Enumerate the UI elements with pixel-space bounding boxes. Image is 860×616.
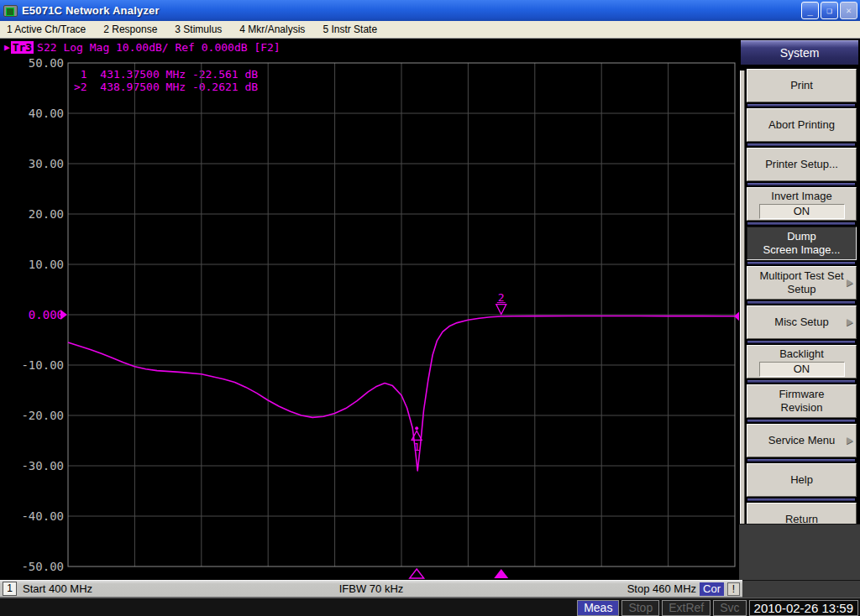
softkey-service-menu[interactable]: Service Menu▶ (747, 424, 857, 457)
window-controls: _❏✕ (801, 2, 857, 19)
ref-level-marker-left-icon (60, 310, 67, 320)
menu-bar: 1 Active Ch/Trace2 Response3 Stimulus4 M… (0, 21, 860, 39)
menu-item-2-response[interactable]: 2 Response (102, 23, 159, 36)
softkey-printer-setup[interactable]: Printer Setup... (747, 148, 857, 181)
softkey-label: Backlight (779, 347, 824, 361)
sidebar-empty-area (739, 524, 860, 580)
softkey-label: Service Menu (768, 434, 835, 447)
minimize-button[interactable]: _ (801, 2, 819, 19)
stimulus-marker-2-icon (494, 569, 508, 578)
softkey-label: Firmware Revision (779, 388, 824, 415)
softkey-slot: Service Menu▶ (747, 424, 857, 462)
status-svc: Svc (713, 600, 746, 616)
softkey-invert-image[interactable]: Invert ImageON (747, 187, 857, 221)
correction-status-badge: Cor (700, 582, 724, 596)
marker-2-label: 2 (498, 291, 505, 304)
analyzer-screen: ▶ Tr3 S22 Log Mag 10.00dB/ Ref 0.000dB [… (0, 39, 739, 580)
softkey-abort-printing[interactable]: Abort Printing (747, 108, 857, 142)
submenu-arrow-icon: ▶ (847, 433, 853, 448)
menu-item-1-active-ch-trace[interactable]: 1 Active Ch/Trace (5, 23, 87, 36)
softkey-slot: Dump Screen Image... (747, 227, 857, 264)
channel-status-bar: 1 Start 400 MHz IFBW 70 kHz Stop 460 MHz… (0, 580, 742, 598)
softkey-state-value: ON (759, 204, 845, 219)
softkey-buttons: PrintAbort PrintingPrinter Setup...Inver… (747, 69, 857, 540)
stop-frequency-label: Stop 460 MHz (627, 582, 696, 595)
channel-number-badge: 1 (3, 582, 17, 596)
menu-item-3-stimulus[interactable]: 3 Stimulus (173, 23, 223, 36)
marker-2-icon (496, 305, 506, 315)
status-row-filler (742, 580, 860, 598)
instrument-status-bar: MeasStopExtRefSvc2010-02-26 13:59 (0, 598, 860, 616)
softkey-slot: Printer Setup... (747, 148, 857, 185)
softkey-dump-screen-image[interactable]: Dump Screen Image... (747, 227, 857, 260)
plot-area[interactable]: 12 (0, 39, 739, 580)
softkey-slot: BacklightON (747, 345, 857, 383)
submenu-arrow-icon: ▶ (847, 315, 853, 330)
marker-1-point (415, 426, 418, 430)
window-title: E5071C Network Analyzer (22, 4, 801, 17)
softkey-slot: Abort Printing (747, 108, 857, 146)
softkey-slot: Help (747, 463, 857, 501)
menu-item-5-instr-state[interactable]: 5 Instr State (321, 23, 379, 36)
softkey-slot: Firmware Revision (747, 384, 857, 422)
marker-1-label: 1 (413, 441, 420, 453)
softkey-state-value: ON (759, 362, 845, 377)
start-frequency-label: Start 400 MHz (23, 582, 92, 595)
menu-item-4-mkr-analysis[interactable]: 4 Mkr/Analysis (238, 23, 307, 36)
softkey-slot: Print (747, 69, 857, 107)
app-icon (3, 5, 18, 17)
softkey-label: Dump Screen Image... (763, 230, 841, 257)
stimulus-marker-1-icon (410, 569, 424, 578)
status-meas: Meas (577, 600, 619, 616)
softkey-misc-setup[interactable]: Misc Setup▶ (747, 305, 857, 339)
softkey-label: Printer Setup... (765, 158, 838, 171)
restore-button[interactable]: ❏ (821, 2, 838, 19)
softkey-label: Print (790, 79, 813, 92)
softkey-label: Multiport Test Set Setup (759, 269, 843, 296)
softkey-label: Abort Printing (768, 118, 835, 132)
softkey-backlight[interactable]: BacklightON (747, 345, 857, 378)
softkey-print[interactable]: Print (747, 69, 857, 102)
main-area: ▶ Tr3 S22 Log Mag 10.00dB/ Ref 0.000dB [… (0, 39, 860, 580)
softkey-label: Invert Image (771, 190, 831, 203)
softkey-scroll-strip[interactable] (740, 70, 745, 556)
softkey-firmware-revision[interactable]: Firmware Revision (747, 384, 857, 418)
softkey-slot: Invert ImageON (747, 187, 857, 225)
softkey-slot: Multiport Test Set Setup▶ (747, 266, 857, 304)
softkey-sidebar: System PrintAbort PrintingPrinter Setup.… (739, 39, 860, 580)
softkey-slot: Misc Setup▶ (747, 305, 857, 343)
softkey-label: Misc Setup (774, 316, 828, 329)
status-stop: Stop (621, 600, 659, 616)
alert-badge: ! (727, 582, 740, 596)
submenu-arrow-icon: ▶ (847, 275, 853, 290)
ifbw-label: IFBW 70 kHz (249, 582, 495, 595)
close-button: ✕ (840, 2, 857, 19)
softkey-label: Help (790, 473, 813, 487)
softkey-multiport-test-set-setup[interactable]: Multiport Test Set Setup▶ (747, 266, 857, 300)
status-extref: ExtRef (662, 600, 711, 616)
channel-status-row: 1 Start 400 MHz IFBW 70 kHz Stop 460 MHz… (0, 580, 860, 598)
datetime-display: 2010-02-26 13:59 (749, 600, 858, 616)
softkey-menu-title: System (741, 40, 858, 65)
softkey-help[interactable]: Help (747, 463, 857, 497)
title-bar: E5071C Network Analyzer _❏✕ (0, 0, 860, 21)
